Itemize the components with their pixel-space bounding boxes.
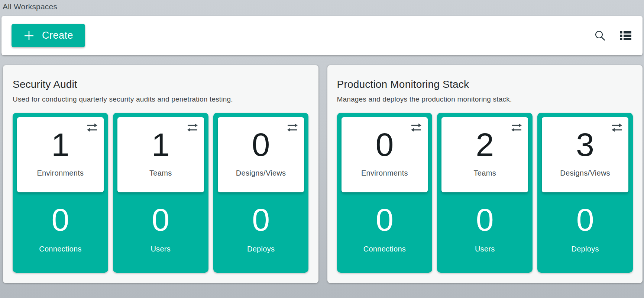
stat-label: Teams	[117, 169, 204, 177]
stat-tile-bottom: 0 Deploys	[542, 192, 628, 253]
swap-horizontal-icon[interactable]	[410, 123, 423, 132]
workspace-stat-tiles: 1 Environments 0 Connections 1	[13, 113, 309, 273]
stat-label: Environments	[17, 169, 104, 177]
stat-count: 0	[441, 192, 528, 235]
workspace-title: Production Monitoring Stack	[337, 78, 633, 90]
workspaces-grid: Security Audit Used for conducting quart…	[3, 65, 643, 283]
stat-tile-bottom: 0 Connections	[17, 192, 104, 253]
workspace-title: Security Audit	[13, 78, 309, 90]
toolbar-icons	[594, 30, 631, 41]
workspace-card-production-monitoring-stack[interactable]: Production Monitoring Stack Manages and …	[327, 65, 643, 283]
workspace-description: Used for conducting quarterly security a…	[13, 95, 309, 103]
stat-tile-top: 3 Designs/Views	[542, 117, 628, 192]
stat-tile-bottom: 0 Connections	[342, 192, 428, 253]
stat-tile-teams: 1 Teams 0 Users	[113, 113, 208, 273]
stat-tile-teams: 2 Teams 0 Users	[437, 113, 533, 273]
stat-tile-top: 1 Teams	[117, 117, 204, 192]
create-button-label: Create	[42, 30, 73, 41]
stat-label: Deploys	[542, 245, 628, 253]
stat-label: Environments	[342, 169, 428, 177]
stat-tile-bottom: 0 Deploys	[218, 192, 304, 253]
stat-tile-bottom: 0 Users	[441, 192, 528, 253]
stat-label: Designs/Views	[218, 169, 304, 177]
swap-horizontal-icon[interactable]	[286, 123, 299, 132]
stat-label: Connections	[17, 245, 104, 253]
stat-label: Connections	[342, 245, 428, 253]
stat-tile-top: 2 Teams	[441, 117, 528, 192]
search-icon	[594, 30, 606, 41]
stat-label: Designs/Views	[542, 169, 628, 177]
view-list-icon	[620, 31, 631, 41]
stat-tile-top: 0 Designs/Views	[218, 117, 304, 192]
swap-horizontal-icon[interactable]	[611, 123, 623, 132]
stat-tile-top: 0 Environments	[342, 117, 428, 192]
stat-tile-environments: 1 Environments 0 Connections	[13, 113, 108, 273]
stat-label: Users	[441, 245, 528, 253]
page-title: All Workspaces	[0, 0, 644, 11]
workspace-card-security-audit[interactable]: Security Audit Used for conducting quart…	[3, 65, 318, 283]
stat-count: 0	[542, 192, 628, 235]
stat-count: 0	[117, 192, 204, 235]
workspace-description: Manages and deploys the production monit…	[337, 95, 633, 103]
create-button[interactable]: Create	[12, 24, 85, 47]
workspace-stat-tiles: 0 Environments 0 Connections 2	[337, 113, 633, 273]
plus-icon	[23, 30, 35, 41]
stat-label: Deploys	[218, 245, 304, 253]
stat-label: Teams	[441, 169, 528, 177]
stat-count: 0	[342, 192, 428, 235]
stat-tile-designs-views: 0 Designs/Views 0 Deploys	[213, 113, 309, 273]
swap-horizontal-icon[interactable]	[86, 123, 98, 132]
stat-tile-environments: 0 Environments 0 Connections	[337, 113, 433, 273]
stat-label: Users	[117, 245, 204, 253]
stat-tile-designs-views: 3 Designs/Views 0 Deploys	[537, 113, 633, 273]
toolbar: Create	[1, 16, 643, 55]
search-button[interactable]	[594, 30, 606, 41]
swap-horizontal-icon[interactable]	[186, 123, 199, 132]
swap-horizontal-icon[interactable]	[510, 123, 523, 132]
stat-count: 0	[17, 192, 104, 235]
stat-count: 0	[218, 192, 304, 235]
stat-tile-bottom: 0 Users	[117, 192, 204, 253]
stat-tile-top: 1 Environments	[17, 117, 104, 192]
view-list-button[interactable]	[620, 31, 631, 41]
